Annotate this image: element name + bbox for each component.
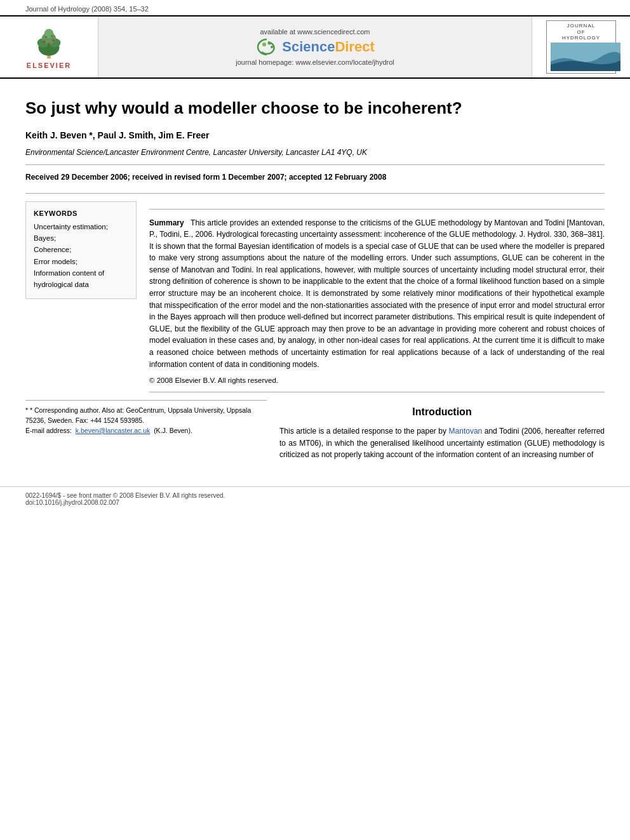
journal-header: ELSEVIER available at www.sciencedirect.… xyxy=(0,15,630,79)
keywords-box: KEYWORDS Uncertainty estimation; Bayes; … xyxy=(25,201,137,299)
journal-meta: Journal of Hydrology (2008) 354, 15–32 xyxy=(0,0,630,15)
direct-part: Direct xyxy=(335,39,374,55)
introduction-column: Introduction This article is a detailed … xyxy=(279,400,605,461)
summary-text: Summary This article provides an extende… xyxy=(149,217,605,371)
sciencedirect-icon xyxy=(255,38,278,56)
affiliation: Environmental Science/Lancaster Environm… xyxy=(25,148,605,157)
bottom-meta: 0022-1694/$ - see front matter © 2008 El… xyxy=(0,486,630,509)
footnote-asterisk: * xyxy=(25,406,28,414)
summary-top-rule xyxy=(149,209,605,210)
summary-label: Summary xyxy=(149,218,184,227)
issn-line: 0022-1694/$ - see front matter © 2008 El… xyxy=(25,492,605,499)
homepage-url: journal homepage: www.elsevier.com/locat… xyxy=(236,58,394,66)
journal-logo: JOURNALOFHYDROLOGY xyxy=(532,17,630,77)
keyword-2: Bayes; xyxy=(34,232,128,244)
copyright: © 2008 Elsevier B.V. All rights reserved… xyxy=(149,377,605,384)
journal-cover-image xyxy=(551,43,620,71)
elsevier-wordmark: ELSEVIER xyxy=(27,62,71,69)
science-part: Science xyxy=(282,39,335,55)
keyword-1: Uncertainty estimation; xyxy=(34,221,128,232)
article-title: So just why would a modeller choose to b… xyxy=(25,98,605,119)
email-suffix: (K.J. Beven). xyxy=(154,427,192,434)
footnote-note: * Corresponding author. Also at: GeoCent… xyxy=(25,406,251,424)
svg-point-8 xyxy=(48,43,50,45)
svg-point-6 xyxy=(43,40,46,43)
keyword-5: Information content of hydrological data xyxy=(34,267,128,291)
footnote-text: * * Corresponding author. Also at: GeoCe… xyxy=(25,406,267,436)
footnote-column: * * Corresponding author. Also at: GeoCe… xyxy=(25,400,267,461)
svg-point-9 xyxy=(45,36,47,37)
divider-2 xyxy=(25,193,605,194)
svg-point-11 xyxy=(262,43,266,46)
svg-point-12 xyxy=(268,42,271,45)
intro-body-start: This article is a detailed response to t… xyxy=(279,427,449,436)
abstract-section: KEYWORDS Uncertainty estimation; Bayes; … xyxy=(25,201,605,401)
keyword-3: Coherence; xyxy=(34,244,128,255)
elsevier-logo: ELSEVIER xyxy=(0,17,98,77)
sciencedirect-text: ScienceDirect xyxy=(282,39,375,55)
authors: Keith J. Beven *, Paul J. Smith, Jim E. … xyxy=(25,130,605,140)
doi-line: doi:10.1016/j.jhydrol.2008.02.007 xyxy=(25,499,605,506)
introduction-text: This article is a detailed response to t… xyxy=(279,425,605,461)
bottom-section: * * Corresponding author. Also at: GeoCe… xyxy=(25,400,605,461)
email-label: E-mail address: xyxy=(25,427,72,434)
keywords-list: Uncertainty estimation; Bayes; Coherence… xyxy=(34,221,128,291)
journal-name-small: JOURNALOFHYDROLOGY xyxy=(551,23,612,41)
received-line: Received 29 December 2006; received in r… xyxy=(25,173,605,182)
introduction-heading: Introduction xyxy=(279,406,605,418)
journal-logo-box: JOURNALOFHYDROLOGY xyxy=(546,20,616,74)
elsevier-tree-icon xyxy=(30,25,68,60)
sciencedirect-logo: ScienceDirect xyxy=(255,38,375,56)
mantovan-link[interactable]: Mantovan xyxy=(449,427,483,436)
available-at-text: available at www.sciencedirect.com xyxy=(260,28,370,36)
center-header: available at www.sciencedirect.com Scien… xyxy=(98,17,532,77)
keyword-4: Error models; xyxy=(34,256,128,267)
keywords-title: KEYWORDS xyxy=(34,210,128,217)
journal-citation: Journal of Hydrology (2008) 354, 15–32 xyxy=(25,5,149,13)
summary-column: Summary This article provides an extende… xyxy=(149,201,605,401)
svg-point-10 xyxy=(51,35,53,37)
summary-bottom-rule xyxy=(149,392,605,392)
main-content: So just why would a modeller choose to b… xyxy=(0,79,630,474)
svg-point-13 xyxy=(271,46,273,48)
keywords-column: KEYWORDS Uncertainty estimation; Bayes; … xyxy=(25,201,137,401)
svg-point-7 xyxy=(53,39,55,42)
email-link[interactable]: k.beven@lancaster.ac.uk xyxy=(76,427,150,434)
summary-body: This article provides an extended respon… xyxy=(149,218,605,369)
divider-1 xyxy=(25,164,605,165)
